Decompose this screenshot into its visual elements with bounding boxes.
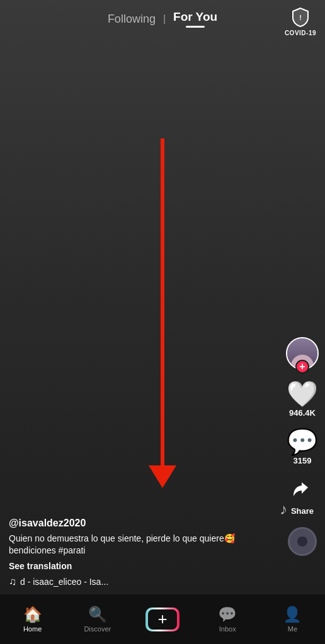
like-action[interactable]: 🤍 946.4K [287,381,318,418]
profile-icon: 👤 [283,606,302,623]
share-icon [288,477,316,504]
music-note-icon: ♫ [9,576,16,587]
video-info-panel: @isavaldez2020 Quien no demuestra lo que… [9,518,275,587]
svg-text:!: ! [299,14,302,21]
plus-icon: + [148,609,177,630]
video-caption: Quien no demuestra lo que siente, pierde… [9,533,275,557]
heart-icon: 🤍 [287,381,318,406]
nav-for-you-tab[interactable]: For You [166,10,225,28]
home-icon: 🏠 [23,606,42,623]
discover-label: Discover [84,625,111,633]
follow-plus-icon[interactable]: + [295,360,309,374]
like-count: 946.4K [289,408,316,418]
music-track-name: d - isaac_eliceo - Isa... [20,577,108,587]
inbox-label: Inbox [219,625,236,633]
right-actions-panel: + 🤍 946.4K 💬 3159 Share [286,337,319,556]
top-nav: Following | For You ! COVID-19 [0,0,325,38]
nav-inbox[interactable]: 💬 Inbox [195,606,260,633]
arrow-head [149,465,176,488]
bottom-navigation: 🏠 Home 🔍 Discover + 💬 Inbox 👤 Me [0,594,325,644]
arrow-line [161,138,164,465]
home-label: Home [23,625,42,633]
comment-action[interactable]: 💬 3159 [287,429,318,465]
inbox-icon: 💬 [218,606,237,623]
nav-discover[interactable]: 🔍 Discover [65,606,130,633]
music-disc-center [297,536,307,547]
nav-me[interactable]: 👤 Me [260,606,325,633]
see-translation-button[interactable]: See translation [9,561,275,571]
covid-shield-icon: ! [288,5,312,29]
creator-avatar[interactable]: + [286,337,319,370]
music-info-row[interactable]: ♫ d - isaac_eliceo - Isa... [9,576,275,587]
covid-button[interactable]: ! COVID-19 [285,5,316,36]
nav-home[interactable]: 🏠 Home [0,606,65,633]
comment-count: 3159 [294,456,312,465]
nav-following-tab[interactable]: Following [100,13,163,26]
creator-username[interactable]: @isavaldez2020 [9,518,275,529]
me-label: Me [288,625,297,633]
share-action[interactable]: Share [288,477,316,516]
music-disc[interactable] [288,527,317,556]
search-icon: 🔍 [88,606,107,623]
comment-icon: 💬 [287,429,318,454]
floating-music-note: ♪ [280,501,287,518]
share-label: Share [291,506,314,516]
covid-label: COVID-19 [285,30,316,36]
nav-create[interactable]: + [130,608,195,631]
create-button[interactable]: + [145,608,180,631]
red-arrow-annotation [149,138,176,488]
